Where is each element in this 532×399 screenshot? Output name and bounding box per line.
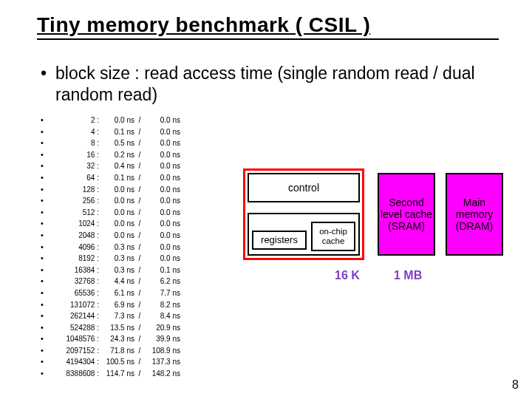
separator: / (134, 137, 145, 149)
dual-read-time: 8.4 ns (145, 310, 180, 322)
dual-read-time: 0.0 ns (145, 115, 180, 126)
bullet-icon: • (41, 265, 58, 276)
dual-read-time: 7.7 ns (145, 287, 180, 299)
bullet-icon: • (41, 207, 58, 219)
dual-read-time: 0.0 ns (145, 184, 180, 196)
single-read-time: 0.0 ns (99, 207, 134, 219)
dual-read-time: 0.0 ns (145, 195, 180, 207)
bullet-icon: • (41, 172, 58, 184)
bullet-icon: • (41, 276, 58, 287)
data-row: •64 :0.1 ns/0.0 ns (41, 172, 180, 184)
main-bullet: • block size : read access time (single … (41, 63, 532, 106)
separator: / (134, 172, 145, 184)
data-row: •32 :0.4 ns/0.0 ns (41, 160, 180, 172)
block-size: 2048 : (58, 230, 99, 242)
dual-read-time: 137.3 ns (145, 356, 180, 368)
main-memory-box: Main memory (DRAM) (446, 173, 503, 256)
single-read-time: 6.1 ns (99, 287, 134, 299)
dual-read-time: 20.9 ns (145, 322, 180, 334)
data-row: •4096 :0.3 ns/0.0 ns (41, 242, 180, 253)
onchip-cache-box: on-chip cache (311, 222, 355, 251)
separator: / (134, 149, 145, 161)
data-row: •262144 :7.3 ns/8.4 ns (41, 310, 180, 322)
data-row: •131072 :6.9 ns/8.2 ns (41, 299, 180, 311)
separator: / (134, 299, 145, 311)
single-read-time: 71.8 ns (99, 345, 134, 357)
data-row: •256 :0.0 ns/0.0 ns (41, 195, 180, 207)
single-read-time: 0.0 ns (99, 218, 134, 230)
single-read-time: 7.3 ns (99, 310, 134, 322)
single-read-time: 100.5 ns (99, 356, 134, 368)
block-size: 8192 : (58, 253, 99, 265)
data-row: •128 :0.0 ns/0.0 ns (41, 184, 180, 196)
bullet-icon: • (41, 149, 58, 161)
bullet-icon: • (41, 242, 58, 253)
slide-title: Tiny memory benchmark ( CSIL ) (37, 13, 499, 37)
separator: / (134, 310, 145, 322)
single-read-time: 0.0 ns (99, 115, 134, 126)
separator: / (134, 160, 145, 172)
block-size: 2097152 : (58, 345, 99, 357)
single-read-time: 0.0 ns (99, 230, 134, 242)
memory-hierarchy-diagram: control datapath registers on-chip cache… (248, 170, 506, 318)
separator: / (134, 345, 145, 357)
block-size: 1048576 : (58, 333, 99, 345)
block-size: 32 : (58, 160, 99, 172)
caption-16k: 16 K (335, 269, 360, 282)
data-row: •1048576 :24.3 ns/39.9 ns (41, 333, 180, 345)
data-row: •65536 :6.1 ns/7.7 ns (41, 287, 180, 299)
registers-label: registers (261, 235, 298, 246)
separator: / (134, 322, 145, 334)
single-read-time: 0.3 ns (99, 253, 134, 265)
data-row: •1024 :0.0 ns/0.0 ns (41, 218, 180, 230)
bullet-icon: • (41, 310, 58, 322)
main-bullet-text: block size : read access time (single ra… (55, 63, 532, 106)
onchip-cache-label: on-chip cache (313, 227, 354, 246)
single-read-time: 0.2 ns (99, 149, 134, 161)
registers-box: registers (252, 231, 307, 250)
dual-read-time: 0.0 ns (145, 207, 180, 219)
bullet-icon: • (41, 287, 58, 299)
dual-read-time: 8.2 ns (145, 299, 180, 311)
bullet-icon: • (41, 63, 55, 106)
block-size: 128 : (58, 184, 99, 196)
dual-read-time: 148.2 ns (145, 368, 180, 380)
block-size: 8 : (58, 137, 99, 149)
data-list: •2 :0.0 ns/0.0 ns•4 :0.1 ns/0.0 ns•8 :0.… (41, 115, 180, 380)
data-row: •4194304 :100.5 ns/137.3 ns (41, 356, 180, 368)
block-size: 524288 : (58, 322, 99, 334)
l2-cache-box: Second level cache (SRAM) (378, 173, 435, 256)
separator: / (134, 265, 145, 276)
dual-read-time: 0.0 ns (145, 172, 180, 184)
caption-1mb: 1 MB (394, 269, 422, 282)
block-size: 8388608 : (58, 368, 99, 380)
data-row: •8 :0.5 ns/0.0 ns (41, 137, 180, 149)
block-size: 4 : (58, 126, 99, 138)
block-size: 131072 : (58, 299, 99, 311)
block-size: 262144 : (58, 310, 99, 322)
block-size: 512 : (58, 207, 99, 219)
single-read-time: 0.0 ns (99, 195, 134, 207)
dual-read-time: 0.0 ns (145, 242, 180, 253)
bullet-icon: • (41, 345, 58, 357)
separator: / (134, 230, 145, 242)
bullet-icon: • (41, 253, 58, 265)
data-row: •16 :0.2 ns/0.0 ns (41, 149, 180, 161)
control-label: control (288, 182, 319, 194)
dual-read-time: 6.2 ns (145, 276, 180, 287)
data-row: •4 :0.1 ns/0.0 ns (41, 126, 180, 138)
dual-read-time: 0.0 ns (145, 137, 180, 149)
single-read-time: 24.3 ns (99, 333, 134, 345)
data-row: •2097152 :71.8 ns/108.9 ns (41, 345, 180, 357)
bullet-icon: • (41, 230, 58, 242)
block-size: 4096 : (58, 242, 99, 253)
data-row: •8192 :0.3 ns/0.0 ns (41, 253, 180, 265)
l2-cache-label: Second level cache (SRAM) (379, 197, 434, 232)
separator: / (134, 368, 145, 380)
page-number: 8 (512, 378, 519, 392)
separator: / (134, 287, 145, 299)
block-size: 65536 : (58, 287, 99, 299)
bullet-icon: • (41, 184, 58, 196)
separator: / (134, 126, 145, 138)
block-size: 1024 : (58, 218, 99, 230)
